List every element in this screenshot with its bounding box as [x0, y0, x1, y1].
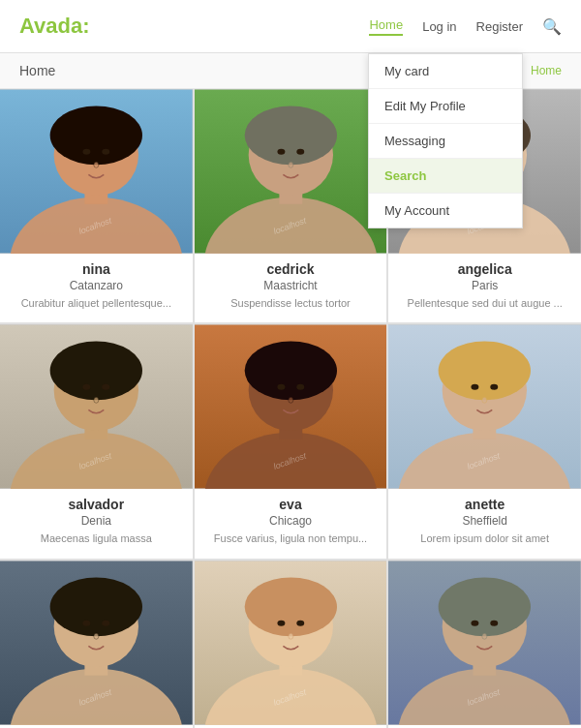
- person-card-eva[interactable]: localhost eva Chicago Fusce varius, ligu…: [195, 324, 387, 558]
- dropdown-menu: My card Edit My Profile Messaging Search…: [368, 53, 523, 228]
- svg-point-14: [277, 149, 285, 155]
- breadcrumb-label: Home: [19, 63, 55, 78]
- svg-point-40: [244, 342, 336, 401]
- card-city-cedrick: Maastricht: [204, 279, 378, 292]
- svg-point-16: [289, 162, 293, 167]
- card-name-angelica: angelica: [398, 261, 571, 277]
- svg-point-31: [50, 342, 142, 401]
- card-name-cedrick: cedrick: [204, 261, 378, 277]
- dropdown-item-edit-profile[interactable]: Edit My Profile: [369, 89, 522, 124]
- card-desc-cedrick: Suspendisse lectus tortor: [204, 296, 378, 311]
- person-card-anette[interactable]: localhost anette Sheffield Lorem ipsum d…: [388, 324, 581, 558]
- svg-point-42: [296, 384, 304, 390]
- svg-point-6: [102, 149, 109, 155]
- dropdown-item-my-account[interactable]: My Account: [369, 194, 522, 228]
- card-desc-nina: Curabitur aliquet pellentesque...: [10, 296, 183, 311]
- card-city-salvador: Denia: [10, 514, 183, 528]
- person-photo-salvador: localhost: [0, 324, 193, 489]
- person-photo-greg: localhost: [388, 561, 581, 725]
- svg-point-78: [491, 621, 499, 626]
- svg-point-61: [94, 633, 99, 639]
- person-photo-adrian: localhost: [0, 561, 193, 725]
- svg-point-76: [439, 577, 531, 636]
- header: Avada: Home Log in Register 🔍 My card Ed…: [0, 0, 581, 53]
- svg-point-34: [94, 398, 99, 404]
- card-city-nina: Catanzaro: [10, 279, 183, 292]
- dropdown-item-messaging[interactable]: Messaging: [369, 124, 522, 159]
- person-photo-nina: localhost: [0, 89, 193, 254]
- logo-text: Avada: [19, 14, 82, 38]
- svg-point-58: [50, 577, 142, 636]
- breadcrumb-link[interactable]: Home: [531, 64, 562, 77]
- nav: Home Log in Register 🔍: [369, 17, 562, 36]
- svg-point-60: [102, 621, 109, 626]
- svg-point-68: [277, 621, 285, 626]
- card-desc-angelica: Pellentesque sed dui ut augue ...: [398, 296, 571, 311]
- svg-point-32: [82, 384, 90, 390]
- person-card-jona[interactable]: localhost jona Toronto Pellentesque rhon…: [195, 561, 387, 728]
- card-desc-eva: Fusce varius, ligula non tempu...: [204, 531, 378, 546]
- dropdown-item-search[interactable]: Search: [369, 159, 522, 194]
- svg-point-52: [482, 398, 487, 404]
- person-photo-anette: localhost: [388, 324, 581, 489]
- card-city-anette: Sheffield: [398, 514, 571, 528]
- person-photo-jona: localhost: [195, 561, 387, 725]
- card-desc-anette: Lorem ipsum dolor sit amet: [398, 531, 571, 546]
- person-card-cedrick[interactable]: localhost cedrick Maastricht Suspendisse…: [195, 89, 387, 322]
- svg-point-50: [472, 384, 479, 390]
- svg-point-69: [296, 621, 304, 626]
- person-card-salvador[interactable]: localhost salvador Denia Maecenas ligula…: [0, 324, 193, 558]
- dropdown-item-my-card[interactable]: My card: [369, 54, 522, 89]
- person-photo-eva: localhost: [195, 324, 387, 489]
- card-name-eva: eva: [204, 497, 378, 512]
- svg-point-13: [244, 106, 336, 165]
- svg-point-67: [244, 577, 336, 636]
- svg-point-15: [296, 149, 304, 155]
- svg-point-33: [102, 384, 109, 390]
- svg-point-43: [289, 398, 293, 404]
- svg-point-51: [491, 384, 499, 390]
- person-card-nina[interactable]: localhost nina Catanzaro Curabitur aliqu…: [0, 89, 193, 322]
- card-city-eva: Chicago: [204, 514, 378, 528]
- svg-point-49: [439, 342, 531, 401]
- nav-register[interactable]: Register: [476, 19, 523, 34]
- card-name-anette: anette: [398, 497, 571, 512]
- logo: Avada:: [19, 14, 90, 39]
- nav-login[interactable]: Log in: [422, 19, 456, 34]
- person-card-adrian[interactable]: localhost adrian Quebec Ut in risus volu…: [0, 561, 193, 728]
- card-name-nina: nina: [10, 261, 183, 277]
- person-photo-cedrick: localhost: [195, 89, 387, 254]
- svg-point-5: [82, 149, 90, 155]
- svg-point-7: [94, 162, 99, 167]
- svg-point-77: [472, 621, 479, 626]
- logo-accent: :: [82, 14, 89, 38]
- card-city-angelica: Paris: [398, 279, 571, 292]
- svg-point-41: [277, 384, 285, 390]
- svg-point-4: [50, 106, 142, 165]
- search-icon-button[interactable]: 🔍: [542, 17, 562, 36]
- card-desc-salvador: Maecenas ligula massa: [10, 531, 183, 546]
- person-card-greg[interactable]: localhost greg Copenhagen Cras vestibulu…: [388, 561, 581, 728]
- card-name-salvador: salvador: [10, 497, 183, 512]
- svg-point-70: [289, 633, 293, 639]
- svg-point-59: [82, 621, 90, 626]
- svg-point-79: [482, 633, 487, 639]
- nav-home[interactable]: Home: [369, 17, 403, 36]
